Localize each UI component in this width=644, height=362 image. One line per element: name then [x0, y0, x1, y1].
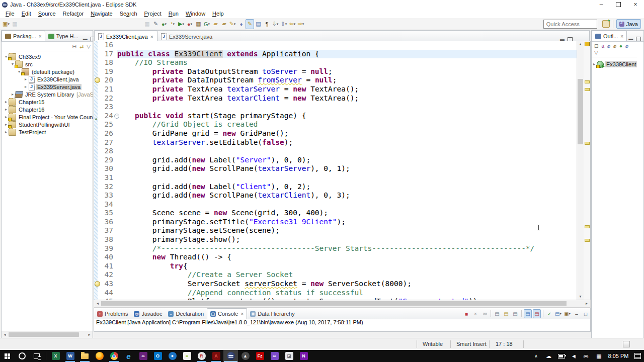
- taskbar-unity[interactable]: ▲: [238, 350, 253, 362]
- tab-type-hierarchy[interactable]: Type H...: [45, 31, 82, 41]
- open-task-icon[interactable]: ▰: [211, 19, 220, 29]
- warning-mark[interactable]: [585, 225, 590, 228]
- import-resources-icon[interactable]: ▰: [220, 19, 228, 29]
- dropdown-arrow-icon[interactable]: ▾: [285, 22, 287, 26]
- mark-occurrences-icon[interactable]: ✎: [246, 19, 254, 29]
- line-number[interactable]: 34: [99, 200, 113, 209]
- tree-item-jre-system-library[interactable]: ▸JRE System Library[JavaSE-1.8: [2, 90, 93, 98]
- menu-navigate[interactable]: Navigate: [87, 9, 116, 18]
- dropdown-arrow-icon[interactable]: ▾: [173, 22, 175, 26]
- new-icon[interactable]: ▣▾: [2, 19, 11, 29]
- run-external-tools-icon[interactable]: *▾: [169, 19, 177, 29]
- line-number[interactable]: 21: [99, 85, 113, 94]
- volume-icon[interactable]: ◀): [568, 350, 580, 362]
- line-number[interactable]: 35: [99, 209, 113, 218]
- taskbar-acrobat[interactable]: A: [209, 350, 223, 362]
- sort-icon[interactable]: a: [601, 43, 604, 49]
- tree-item-final-project-your-vote-counts[interactable]: ▸Final Project - Your Vote Counts: [2, 113, 93, 121]
- tab-declaration[interactable]: ≡Declaration: [165, 309, 207, 319]
- code-line-23[interactable]: 23: [94, 103, 577, 112]
- show-standard-error-icon[interactable]: ▤: [533, 309, 541, 318]
- line-number[interactable]: 28: [99, 147, 113, 156]
- taskbar-outlook[interactable]: O: [150, 350, 165, 362]
- taskbar-eclipse[interactable]: [223, 350, 238, 362]
- java-perspective-button[interactable]: Java: [616, 19, 641, 29]
- close-icon[interactable]: ×: [39, 34, 42, 39]
- next-annotation-icon[interactable]: ⇩▾: [271, 19, 280, 29]
- menu-run[interactable]: Run: [165, 9, 182, 18]
- taskbar-chrome[interactable]: [107, 350, 121, 362]
- tree-item-src[interactable]: ▾src: [2, 60, 93, 68]
- remove-all-terminated-icon[interactable]: ××: [480, 309, 489, 318]
- line-number[interactable]: 27: [99, 138, 113, 147]
- line-number[interactable]: 29: [99, 156, 113, 165]
- line-number[interactable]: 36: [99, 218, 113, 227]
- code-line-36[interactable]: 36 primaryStage.setTitle("Exercise31_9Cl…: [94, 218, 577, 227]
- show-standard-out-icon[interactable]: ▤: [524, 309, 532, 318]
- taskbar-onenote[interactable]: N: [296, 350, 311, 362]
- tree-item-testproject[interactable]: ▸TestProject: [2, 128, 93, 136]
- dropdown-arrow-icon[interactable]: ▾: [165, 22, 167, 26]
- code-line-41[interactable]: 41 try{: [94, 262, 577, 271]
- new-java-class-icon[interactable]: G▾: [203, 19, 211, 29]
- view-menu-icon[interactable]: ▽: [594, 50, 598, 55]
- code-line-29[interactable]: 29 grid.add(new Label("Server"), 0, 0);: [94, 156, 577, 165]
- warning-mark[interactable]: [585, 88, 590, 91]
- editor-tab-ex339client-java[interactable]: Ex339Client.java×: [94, 31, 157, 42]
- line-number[interactable]: 40: [99, 253, 113, 262]
- menu-refactor[interactable]: Refactor: [59, 9, 88, 18]
- code-line-33[interactable]: 33 grid.add(new ScrollPane(textarClient)…: [94, 191, 577, 200]
- view-menu-icon[interactable]: ▽: [87, 44, 91, 49]
- code-line-22[interactable]: 22 private TextArea textarClient = new T…: [94, 94, 577, 103]
- taskbar-cube-app[interactable]: ◪: [282, 350, 296, 362]
- line-number[interactable]: 18: [99, 58, 113, 67]
- line-number[interactable]: 16: [99, 41, 113, 50]
- taskbar-vs-code[interactable]: ∞: [267, 350, 282, 362]
- line-number[interactable]: 22: [99, 94, 113, 103]
- previous-annotation-icon[interactable]: ⇧▾: [280, 19, 288, 29]
- line-number[interactable]: 33: [99, 191, 113, 200]
- code-line-25[interactable]: 25 //Grid Object is created: [94, 120, 577, 129]
- code-line-17[interactable]: 17public class Ex339Client extends Appli…: [94, 50, 577, 59]
- hide-static-members-icon[interactable]: ⌀: [613, 43, 616, 49]
- tree-item--default-package-[interactable]: ▾(default package): [2, 68, 93, 75]
- code-line-40[interactable]: 40 new Thread(() -> {: [94, 253, 577, 262]
- line-number[interactable]: 26: [99, 129, 113, 138]
- chevron-right-icon[interactable]: ▸: [4, 100, 9, 104]
- scroll-lock-icon[interactable]: ▤: [502, 309, 510, 318]
- editor-hscrollbar[interactable]: ◂ ▸: [94, 300, 591, 308]
- code-line-35[interactable]: 35 Scene scene = new Scene(grid, 300, 40…: [94, 209, 577, 218]
- line-number[interactable]: 39: [99, 244, 113, 253]
- code-line-20[interactable]: 20 private DataInputStream fromServer = …: [94, 76, 577, 85]
- task-view-button[interactable]: [29, 350, 44, 362]
- taskbar-maps-app[interactable]: ●: [165, 350, 180, 362]
- line-number[interactable]: 23: [99, 103, 113, 112]
- menu-window[interactable]: Window: [182, 9, 209, 18]
- dropdown-arrow-icon[interactable]: ▾: [294, 22, 296, 26]
- open-perspective-icon[interactable]: [602, 20, 610, 28]
- dropdown-arrow-icon[interactable]: ▾: [302, 22, 304, 26]
- line-number[interactable]: 43: [99, 280, 113, 289]
- code-line-42[interactable]: 42 //Create a Server Socket: [94, 270, 577, 280]
- taskbar-firefox[interactable]: [92, 350, 107, 362]
- scroll-up-icon[interactable]: ▴: [577, 41, 584, 47]
- chevron-right-icon[interactable]: ▸: [23, 77, 28, 81]
- tab-problems[interactable]: !Problems: [94, 309, 131, 319]
- dropdown-arrow-icon[interactable]: ▾: [208, 22, 210, 26]
- line-number[interactable]: 32: [99, 183, 113, 192]
- tab-data-hierarchy[interactable]: ≣Data Hierarchy: [247, 309, 297, 319]
- dropdown-arrow-icon[interactable]: ▾: [234, 22, 236, 26]
- line-number[interactable]: 19: [99, 67, 113, 76]
- pin-console-icon[interactable]: ✓: [545, 309, 553, 318]
- scroll-left-icon[interactable]: ◂: [94, 300, 101, 307]
- chevron-right-icon[interactable]: ▸: [4, 130, 9, 134]
- chevron-right-icon[interactable]: ▸: [4, 107, 9, 112]
- close-icon[interactable]: ×: [620, 34, 623, 39]
- taskbar-r-app[interactable]: R: [194, 350, 209, 362]
- line-number[interactable]: 37: [99, 226, 113, 235]
- tree-item-studentpollingwithui[interactable]: ▸StudentPollingwithUI: [2, 121, 93, 128]
- line-number[interactable]: 38: [99, 235, 113, 244]
- clear-console-icon[interactable]: ▤: [493, 309, 501, 318]
- tab-console[interactable]: ▢Console×: [207, 308, 247, 319]
- minimize-view-icon[interactable]: ▬: [628, 36, 633, 41]
